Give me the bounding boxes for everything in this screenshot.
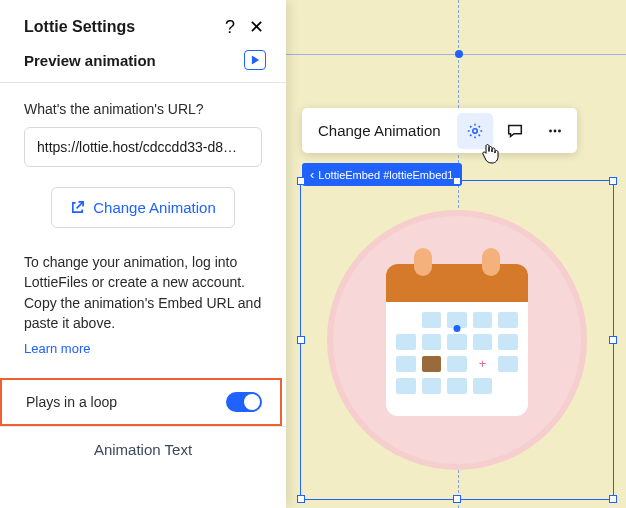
selection-box[interactable]: + [300, 180, 614, 500]
more-button[interactable] [537, 113, 573, 149]
loop-toggle[interactable] [226, 392, 262, 412]
more-icon [546, 122, 564, 140]
url-input[interactable] [24, 127, 262, 167]
panel-title: Lottie Settings [24, 18, 135, 36]
guide-anchor[interactable] [455, 50, 463, 58]
help-icon: ? [225, 17, 235, 37]
url-label: What's the animation's URL? [24, 101, 262, 117]
svg-point-3 [558, 129, 561, 132]
toolbar-change-animation[interactable]: Change Animation [306, 112, 453, 149]
calendar-icon: + [386, 264, 528, 416]
canvas[interactable]: Change Animation LottieEmbed #lottieEmbe… [286, 0, 626, 508]
close-button[interactable]: ✕ [247, 16, 266, 38]
loop-row: Plays in a loop [0, 378, 282, 426]
loop-label: Plays in a loop [26, 394, 117, 410]
preview-label: Preview animation [24, 52, 156, 69]
change-animation-button[interactable]: Change Animation [51, 187, 235, 228]
svg-point-2 [553, 129, 556, 132]
play-button[interactable] [244, 50, 266, 70]
external-link-icon [70, 200, 85, 215]
cursor-pointer-icon [480, 143, 500, 168]
svg-point-0 [472, 128, 477, 133]
lottie-preview: + [301, 181, 613, 499]
floating-toolbar: Change Animation [302, 108, 577, 153]
comment-button[interactable] [497, 113, 533, 149]
close-icon: ✕ [249, 17, 264, 37]
info-text: To change your animation, log into Lotti… [24, 252, 262, 333]
animation-text-tab[interactable]: Animation Text [0, 426, 286, 472]
help-button[interactable]: ? [223, 16, 237, 38]
learn-more-link[interactable]: Learn more [24, 341, 90, 356]
gear-icon [466, 122, 484, 140]
change-animation-label: Change Animation [93, 199, 216, 216]
play-icon [251, 55, 260, 65]
comment-icon [506, 122, 524, 140]
svg-point-1 [549, 129, 552, 132]
